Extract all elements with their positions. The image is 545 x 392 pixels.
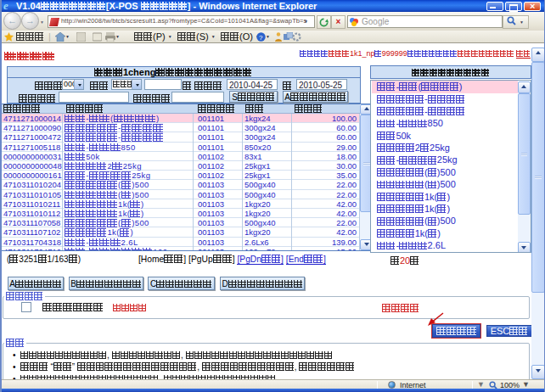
svg-text:?: ? <box>259 34 263 42</box>
